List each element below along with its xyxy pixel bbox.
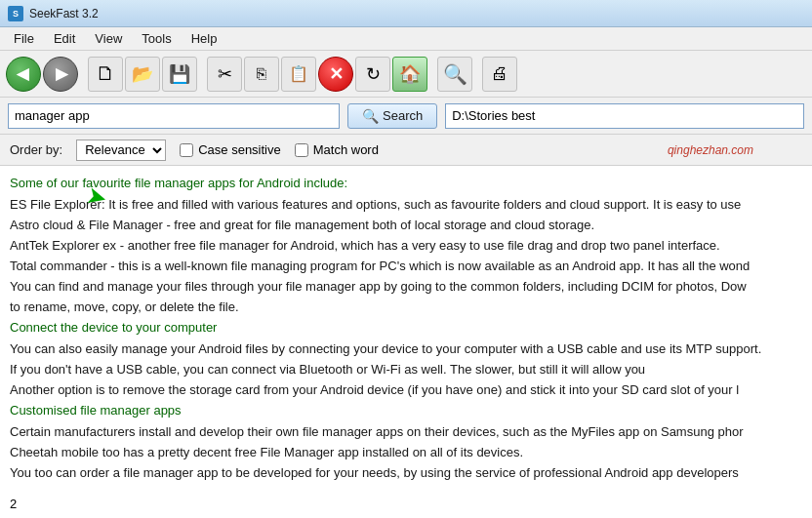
case-sensitive-label[interactable]: Case sensitive (198, 142, 281, 157)
result-1-heading: Some of our favourite file manager apps … (10, 174, 802, 193)
result-1-line-3: AntTek Explorer ex - another free file m… (10, 236, 802, 256)
app-title: SeekFast 3.2 (29, 7, 99, 20)
find-icon: 🔍 (443, 62, 467, 86)
menu-help[interactable]: Help (182, 29, 227, 48)
match-word-group: Match word (295, 142, 379, 157)
result-2-heading: Most popular programming languages for m… (10, 514, 802, 518)
forward-icon: ▶ (56, 64, 67, 83)
match-word-checkbox[interactable] (295, 143, 308, 157)
result-1-line-11: Cheetah mobile too has a pretty decent f… (10, 443, 802, 462)
result-1-line-4: Total commander - this is a well-known f… (10, 257, 802, 276)
title-bar: S SeekFast 3.2 (0, 0, 812, 27)
watermark: qinghezhan.com (668, 144, 753, 156)
cut-button[interactable]: ✂ (207, 57, 242, 92)
print-icon: 🖨 (491, 63, 508, 84)
app-icon: S (8, 6, 23, 21)
find-button[interactable]: 🔍 (437, 57, 472, 92)
forward-button[interactable]: ▶ (43, 57, 78, 92)
copy-icon: ⎘ (257, 65, 266, 83)
back-button[interactable]: ◀ (6, 57, 41, 92)
result-1-container: ➤ Some of our favourite file manager app… (10, 174, 802, 483)
menu-bar: File Edit View Tools Help (0, 27, 812, 51)
result-1-heading-3: Customised file manager apps (10, 401, 802, 420)
save-icon: 💾 (169, 63, 190, 85)
paste-button[interactable]: 📋 (281, 57, 316, 92)
case-sensitive-group: Case sensitive (180, 142, 281, 157)
content-area: ➤ Some of our favourite file manager app… (0, 166, 812, 518)
result-1-line-1: ES File Explorer: It is free and filled … (10, 195, 802, 215)
result-1-line-10: Certain manufacturers install and develo… (10, 422, 802, 442)
case-sensitive-checkbox[interactable] (180, 143, 193, 157)
new-button[interactable]: 🗋 (88, 57, 123, 92)
result-1-line-6: to rename, move, copy, or delete the fil… (10, 298, 802, 317)
print-button[interactable]: 🖨 (482, 57, 517, 92)
stop-icon: ✕ (329, 63, 344, 85)
result-1-line-7: You can also easily manage your Android … (10, 339, 802, 359)
options-bar: Order by: Relevance Name Date Size Case … (0, 135, 812, 166)
open-button[interactable]: 📂 (125, 57, 160, 92)
result-1-line-9: Another option is to remove the storage … (10, 380, 802, 400)
menu-file[interactable]: File (4, 29, 44, 48)
back-icon: ◀ (17, 64, 28, 83)
cut-icon: ✂ (218, 63, 232, 85)
result-2-number: 2 (10, 495, 802, 514)
menu-edit[interactable]: Edit (44, 29, 85, 48)
result-2-container: 2 Most popular programming languages for… (10, 495, 802, 518)
home-button[interactable]: 🏠 (392, 57, 427, 92)
menu-tools[interactable]: Tools (132, 29, 181, 48)
search-button[interactable]: 🔍 Search (347, 103, 437, 129)
refresh-button[interactable]: ↻ (355, 57, 390, 92)
save-button[interactable]: 💾 (162, 57, 197, 92)
new-file-icon: 🗋 (96, 62, 115, 85)
result-1-line-8: If you don't have a USB cable, you can c… (10, 360, 802, 379)
search-icon: 🔍 (362, 108, 379, 124)
search-area: 🔍 Search (0, 98, 812, 135)
result-1-line-2: Astro cloud & File Manager - free and gr… (10, 216, 802, 235)
refresh-icon: ↻ (366, 63, 381, 85)
search-input[interactable] (8, 103, 340, 129)
copy-button[interactable]: ⎘ (244, 57, 279, 92)
search-button-label: Search (383, 108, 423, 123)
stop-button[interactable]: ✕ (318, 57, 353, 92)
result-1-heading-2: Connect the device to your computer (10, 318, 802, 338)
result-1-line-5: You can find and manage your files throu… (10, 277, 802, 297)
paste-icon: 📋 (289, 64, 308, 83)
menu-view[interactable]: View (85, 29, 132, 48)
order-label: Order by: (10, 142, 62, 157)
order-select[interactable]: Relevance Name Date Size (76, 139, 166, 161)
result-1-line-12: You too can order a file manager app to … (10, 463, 802, 483)
toolbar: ◀ ▶ 🗋 📂 💾 ✂ ⎘ 📋 ✕ ↻ 🏠 🔍 🖨 (0, 51, 812, 98)
match-word-label[interactable]: Match word (313, 142, 379, 157)
home-icon: 🏠 (399, 63, 421, 85)
path-input[interactable] (445, 103, 804, 129)
open-folder-icon: 📂 (132, 63, 153, 85)
